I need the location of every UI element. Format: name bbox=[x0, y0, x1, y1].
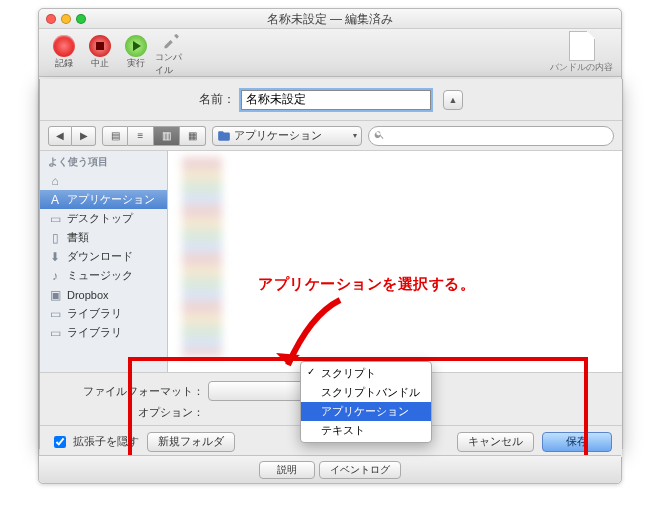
chevron-down-icon: ▾ bbox=[353, 131, 357, 140]
stop-icon bbox=[89, 35, 111, 57]
stop-button[interactable]: 中止 bbox=[83, 35, 117, 70]
app-toolbar: 記録 中止 実行 コンパイル バンドルの内容 bbox=[39, 29, 621, 77]
hammer-icon bbox=[161, 29, 183, 51]
desktop-icon: ▭ bbox=[48, 212, 62, 226]
name-row: 名前： ▲ bbox=[40, 79, 622, 121]
blurred-content bbox=[182, 157, 222, 357]
options-label: オプション： bbox=[96, 405, 204, 420]
menu-item-script-bundle[interactable]: スクリプトバンドル bbox=[301, 383, 431, 402]
dropbox-icon: ▣ bbox=[48, 288, 62, 302]
script-editor-window: 名称未設定 — 編集済み 記録 中止 実行 コンパイル バンドルの内容 bbox=[38, 8, 622, 484]
sidebar-item-documents[interactable]: ▯書類 bbox=[40, 228, 167, 247]
folder-icon bbox=[217, 129, 231, 143]
traffic-lights bbox=[46, 14, 86, 24]
zoom-icon[interactable] bbox=[76, 14, 86, 24]
path-row: ◀ ▶ ▤ ≡ ▥ ▦ アプリケーション ▾ bbox=[40, 121, 622, 151]
menu-item-script[interactable]: スクリプト bbox=[301, 364, 431, 383]
window-title: 名称未設定 — 編集済み bbox=[267, 12, 394, 26]
compile-button[interactable]: コンパイル bbox=[155, 29, 189, 77]
view-column-button[interactable]: ▥ bbox=[154, 126, 180, 146]
menu-item-text[interactable]: テキスト bbox=[301, 421, 431, 440]
file-format-menu: スクリプト スクリプトバンドル アプリケーション テキスト bbox=[300, 361, 432, 443]
view-coverflow-button[interactable]: ▦ bbox=[180, 126, 206, 146]
view-switcher: ▤ ≡ ▥ ▦ bbox=[102, 126, 206, 146]
cancel-button[interactable]: キャンセル bbox=[457, 432, 534, 452]
view-icon-button[interactable]: ▤ bbox=[102, 126, 128, 146]
sidebar-item-library[interactable]: ▭ライブラリ bbox=[40, 304, 167, 323]
disclosure-button[interactable]: ▲ bbox=[443, 90, 463, 110]
documents-icon: ▯ bbox=[48, 231, 62, 245]
sidebar-item-user[interactable]: ⌂ bbox=[40, 171, 167, 190]
sidebar-item-downloads[interactable]: ⬇ダウンロード bbox=[40, 247, 167, 266]
column-view[interactable] bbox=[168, 151, 622, 372]
play-icon bbox=[125, 35, 147, 57]
sidebar-item-dropbox[interactable]: ▣Dropbox bbox=[40, 285, 167, 304]
search-input[interactable] bbox=[368, 126, 614, 146]
document-icon bbox=[569, 31, 595, 61]
name-label: 名前： bbox=[199, 91, 235, 108]
minimize-icon[interactable] bbox=[61, 14, 71, 24]
bundle-contents-button[interactable]: バンドルの内容 bbox=[550, 31, 613, 74]
folder-icon: ▭ bbox=[48, 326, 62, 340]
app-icon: A bbox=[48, 193, 62, 207]
forward-button[interactable]: ▶ bbox=[72, 126, 96, 146]
save-button[interactable]: 保存 bbox=[542, 432, 612, 452]
hide-extension-checkbox[interactable]: 拡張子を隠す bbox=[50, 433, 139, 451]
sidebar: よく使う項目 ⌂ Aアプリケーション ▭デスクトップ ▯書類 ⬇ダウンロード ♪… bbox=[40, 151, 168, 372]
new-folder-button[interactable]: 新規フォルダ bbox=[147, 432, 235, 452]
sidebar-header: よく使う項目 bbox=[40, 151, 167, 171]
sidebar-item-library2[interactable]: ▭ライブラリ bbox=[40, 323, 167, 342]
home-icon: ⌂ bbox=[48, 174, 62, 188]
record-button[interactable]: 記録 bbox=[47, 35, 81, 70]
folder-icon: ▭ bbox=[48, 307, 62, 321]
sidebar-item-applications[interactable]: Aアプリケーション bbox=[40, 190, 167, 209]
close-icon[interactable] bbox=[46, 14, 56, 24]
eventlog-button[interactable]: イベントログ bbox=[319, 461, 401, 479]
back-button[interactable]: ◀ bbox=[48, 126, 72, 146]
description-button[interactable]: 説明 bbox=[259, 461, 315, 479]
download-icon: ⬇ bbox=[48, 250, 62, 264]
sidebar-item-desktop[interactable]: ▭デスクトップ bbox=[40, 209, 167, 228]
menu-item-application[interactable]: アプリケーション bbox=[301, 402, 431, 421]
titlebar: 名称未設定 — 編集済み bbox=[39, 9, 621, 29]
view-list-button[interactable]: ≡ bbox=[128, 126, 154, 146]
file-format-label: ファイルフォーマット： bbox=[83, 384, 204, 399]
sidebar-item-music[interactable]: ♪ミュージック bbox=[40, 266, 167, 285]
record-icon bbox=[53, 35, 75, 57]
nav-back-forward: ◀ ▶ bbox=[48, 126, 96, 146]
search-icon bbox=[374, 129, 385, 142]
run-button[interactable]: 実行 bbox=[119, 35, 153, 70]
name-input[interactable] bbox=[241, 90, 431, 110]
location-popup[interactable]: アプリケーション ▾ bbox=[212, 126, 362, 146]
file-browser: よく使う項目 ⌂ Aアプリケーション ▭デスクトップ ▯書類 ⬇ダウンロード ♪… bbox=[40, 151, 622, 373]
status-bar: 説明 イベントログ bbox=[39, 455, 621, 483]
save-sheet: 名前： ▲ ◀ ▶ ▤ ≡ ▥ ▦ アプリケーション ▾ bbox=[39, 79, 623, 449]
hide-extension-input[interactable] bbox=[54, 436, 66, 448]
music-icon: ♪ bbox=[48, 269, 62, 283]
